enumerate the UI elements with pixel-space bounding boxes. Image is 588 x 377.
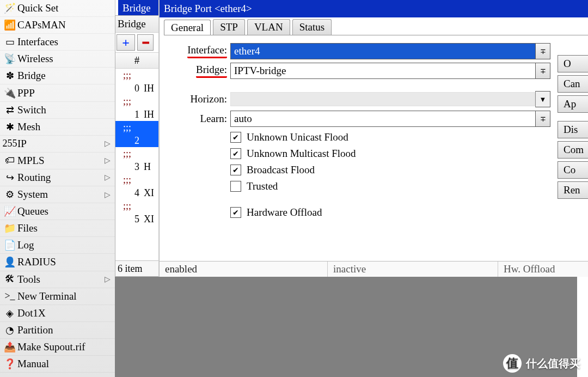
sidebar-item-capsman[interactable]: 📶CAPsMAN — [0, 17, 115, 34]
sidebar-item-system[interactable]: ⚙System▷ — [0, 186, 115, 203]
form: Interface: ether4 ∓ Bridge: IPTV-bridge … — [164, 40, 550, 223]
bridge-ports-rows: ;;;0IH;;;1IH;;;2;;;3H;;;4XI;;;5XI — [115, 69, 158, 226]
checkbox-row: Trusted — [230, 180, 550, 192]
sidebar-item-bridge[interactable]: ✽Bridge — [0, 68, 115, 84]
bridge-dropdown-button[interactable]: ∓ — [536, 63, 550, 79]
sidebar-item-label: Log — [17, 239, 34, 251]
sidebar-item-manual[interactable]: ❓Manual — [0, 356, 115, 373]
tab-stp[interactable]: STP — [213, 19, 245, 35]
sidebar-item-queues[interactable]: 📈Queues — [0, 203, 115, 220]
learn-combobox[interactable]: auto — [230, 111, 536, 127]
checkbox-unknown-multicast-flood[interactable] — [230, 148, 241, 159]
sidebar-item-mpls[interactable]: 🏷MPLS▷ — [0, 153, 115, 169]
checkbox-broadcast-flood[interactable] — [230, 165, 241, 175]
sidebar-icon: 📡 — [2, 53, 17, 65]
dialog-button-com[interactable]: Com — [558, 141, 588, 159]
caret-down-icon: ∓ — [540, 47, 546, 56]
submenu-arrow-icon: ▷ — [105, 156, 111, 165]
table-row[interactable]: ;;; — [115, 147, 158, 160]
sidebar-item-label: Tools — [17, 273, 40, 285]
dialog-button-o[interactable]: O — [558, 55, 588, 72]
table-row[interactable]: 1IH — [115, 108, 158, 121]
sidebar-item-files[interactable]: 📁Files — [0, 220, 115, 237]
sidebar-item-label: Mesh — [17, 121, 40, 133]
checkbox-row: Broadcast Flood — [230, 164, 550, 176]
interface-dropdown-button[interactable]: ∓ — [536, 43, 550, 59]
dialog-button-ren[interactable]: Ren — [558, 181, 588, 199]
remove-port-button[interactable]: ━ — [137, 34, 154, 51]
row-index: 0 — [117, 83, 142, 94]
horizon-expand-button[interactable]: ▼ — [535, 91, 550, 107]
dialog-tabs: GeneralSTPVLANStatus — [164, 19, 334, 35]
sidebar-icon: 🏷 — [2, 155, 17, 166]
row-index: 3 — [117, 161, 142, 173]
caret-down-icon: ∓ — [540, 67, 546, 75]
checkbox-trusted[interactable] — [230, 181, 241, 192]
sidebar-item-radius[interactable]: 👤RADIUS — [0, 254, 115, 271]
label-interface: Interface: — [164, 44, 230, 58]
sidebar-item-new-terminal[interactable]: >_New Terminal — [0, 288, 115, 305]
sidebar-item-tools[interactable]: 🛠Tools▷ — [0, 271, 115, 288]
bridge-ports-header[interactable]: Bridge — [115, 16, 158, 33]
row-learn: Learn: auto ∓ — [164, 111, 550, 127]
sidebar-item-make-supout-rif[interactable]: 📤Make Supout.rif — [0, 339, 115, 356]
table-row[interactable]: 3H — [115, 160, 158, 173]
sidebar-item-label: PPP — [17, 87, 35, 99]
dialog-body: GeneralSTPVLANStatus Interface: ether4 ∓… — [160, 15, 588, 262]
sidebar-item-log[interactable]: 📄Log — [0, 237, 115, 254]
checkbox-row: Unknown Unicast Flood — [230, 131, 550, 143]
sidebar-item-partition[interactable]: ◔Partition — [0, 322, 115, 339]
sidebar-item-label: Make Supout.rif — [17, 341, 85, 353]
label-learn: Learn: — [164, 113, 230, 125]
row-comment: ;;; — [117, 200, 131, 212]
sidebar-item-wireless[interactable]: 📡Wireless — [0, 51, 115, 68]
learn-dropdown-button[interactable]: ∓ — [536, 111, 550, 127]
add-port-button[interactable]: + — [117, 34, 135, 51]
sidebar-item-interfaces[interactable]: ▭Interfaces — [0, 34, 115, 51]
table-row[interactable]: ;;; — [115, 121, 158, 134]
sidebar-icon: ⇄ — [2, 104, 17, 116]
sidebar-item-ip[interactable]: 255IP▷ — [0, 136, 115, 153]
dialog-button-can[interactable]: Can — [558, 75, 588, 93]
checkbox-label: Unknown Multicast Flood — [247, 148, 356, 160]
table-row[interactable]: 0IH — [115, 82, 158, 95]
sidebar-item-label: Queues — [17, 205, 48, 217]
sidebar-item-label: Bridge — [17, 70, 46, 82]
sidebar-item-dot1x[interactable]: ◈Dot1X — [0, 305, 115, 322]
checkbox-unknown-unicast-flood[interactable] — [230, 132, 241, 143]
row-index: 5 — [117, 214, 142, 225]
column-header-index[interactable]: # — [115, 53, 158, 69]
tab-status[interactable]: Status — [292, 19, 332, 35]
table-row[interactable]: ;;; — [115, 199, 158, 212]
table-row[interactable]: 4XI — [115, 186, 158, 199]
sidebar-item-routing[interactable]: ↪Routing▷ — [0, 169, 115, 186]
table-row[interactable]: 2 — [115, 134, 158, 147]
status-inactive: inactive — [328, 262, 498, 277]
dialog-button-ap[interactable]: Ap — [558, 95, 588, 113]
checkbox-hardware-offload[interactable] — [230, 207, 241, 218]
sidebar-item-mesh[interactable]: ✱Mesh — [0, 119, 115, 136]
plus-icon: + — [122, 35, 130, 50]
horizon-input[interactable] — [230, 92, 535, 106]
sidebar-item-switch[interactable]: ⇄Switch — [0, 102, 115, 119]
checkbox-label: Unknown Unicast Flood — [247, 131, 348, 143]
sidebar-item-ppp[interactable]: 🔌PPP — [0, 84, 115, 101]
checkbox-label: Trusted — [247, 180, 278, 192]
interface-combobox[interactable]: ether4 — [230, 43, 536, 59]
sidebar-item-label: RADIUS — [17, 256, 56, 268]
tab-general[interactable]: General — [164, 20, 211, 35]
checkbox-label: Broadcast Flood — [247, 164, 315, 176]
watermark: 值 什么值得买 — [503, 354, 580, 373]
table-row[interactable]: ;;; — [115, 95, 158, 108]
sidebar-icon: 👤 — [2, 256, 17, 268]
watermark-text: 什么值得买 — [526, 356, 580, 371]
dialog-button-dis[interactable]: Dis — [558, 121, 588, 138]
table-row[interactable]: 5XI — [115, 212, 158, 226]
dialog-button-co[interactable]: Co — [558, 161, 588, 179]
table-row[interactable]: ;;; — [115, 173, 158, 186]
tab-vlan[interactable]: VLAN — [247, 19, 290, 35]
table-row[interactable]: ;;; — [115, 69, 158, 82]
sidebar-item-label: New Terminal — [17, 290, 77, 302]
bridge-combobox[interactable]: IPTV-bridge — [230, 63, 536, 79]
sidebar-item-quick-set[interactable]: 🪄Quick Set — [0, 0, 115, 17]
